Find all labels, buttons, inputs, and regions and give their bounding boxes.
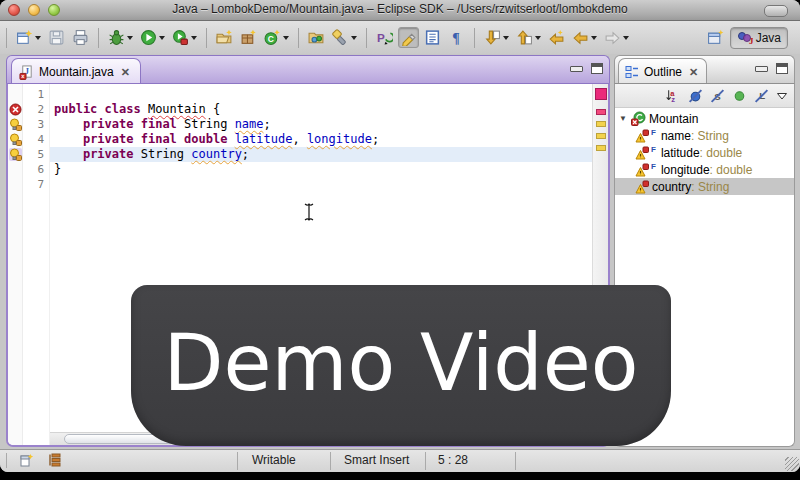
tree-expander-icon[interactable]: ▼	[619, 114, 631, 123]
code-segment	[54, 132, 83, 146]
dropdown-caret[interactable]	[159, 36, 165, 40]
line-number: 1	[23, 87, 49, 102]
outline-item-type: : double	[700, 146, 743, 160]
outline-item-country[interactable]: country : String	[615, 178, 794, 195]
new-class-button[interactable]: C	[262, 27, 291, 48]
minimize-view-icon[interactable]	[755, 66, 768, 72]
toolbar-separator	[6, 28, 7, 48]
eclipse-window: Java – LombokDemo/Mountain.java – Eclips…	[0, 0, 800, 472]
last-edit-location-button[interactable]	[546, 27, 567, 48]
search-button[interactable]	[330, 27, 359, 48]
outline-shortcut-icon[interactable]	[47, 452, 63, 468]
code-segment: country	[191, 147, 242, 161]
toolbar-toggle-capsule[interactable]	[764, 5, 788, 17]
debug-icon	[108, 29, 125, 46]
tab-outline[interactable]: Outline ✕	[618, 58, 707, 85]
previous-annotation-icon	[516, 29, 533, 46]
insert-mode-status: Smart Insert	[344, 453, 409, 467]
window-resize-grip[interactable]	[785, 457, 799, 471]
forward-button[interactable]	[602, 27, 631, 48]
close-tab-icon[interactable]: ✕	[121, 66, 130, 79]
show-whitespace-button[interactable]: ¶	[446, 27, 467, 48]
dropdown-caret[interactable]	[351, 36, 357, 40]
dropdown-caret[interactable]	[591, 36, 597, 40]
outline-item-label: latitude	[661, 146, 700, 160]
dropdown-caret[interactable]	[127, 36, 133, 40]
code-line-3[interactable]: private final String name;	[54, 117, 592, 132]
show-selected-source-button[interactable]	[422, 27, 443, 48]
code-line-4[interactable]: private final double latitude, longitude…	[54, 132, 592, 147]
code-segment: Mountain	[148, 102, 206, 116]
save-button[interactable]	[46, 27, 67, 48]
dropdown-caret[interactable]	[191, 36, 197, 40]
code-segment: ;	[264, 117, 271, 131]
next-annotation-icon	[484, 29, 501, 46]
hide-static-icon[interactable]: S	[710, 88, 725, 103]
outline-tab-label: Outline	[644, 65, 682, 79]
show-public-icon[interactable]	[732, 88, 747, 103]
code-line-7[interactable]	[54, 177, 592, 192]
dropdown-caret[interactable]	[503, 36, 509, 40]
java-perspective-button[interactable]: J Java	[730, 27, 788, 49]
new-java-project-button[interactable]	[214, 27, 235, 48]
outline-item-type: : double	[710, 163, 753, 177]
overview-warning-marker[interactable]	[596, 145, 606, 151]
statusbar-separator	[330, 452, 331, 470]
run-button[interactable]	[138, 27, 167, 48]
new-wizard-button[interactable]	[14, 27, 43, 48]
quickfix-bulb-icon[interactable]	[9, 133, 22, 146]
minimize-view-icon[interactable]	[570, 66, 583, 72]
dropdown-caret[interactable]	[283, 36, 289, 40]
dropdown-caret[interactable]	[535, 36, 541, 40]
mark-occurrences-button[interactable]	[398, 27, 419, 48]
show-whitespace-icon: ¶	[448, 29, 465, 46]
fast-view-icon[interactable]	[19, 452, 35, 468]
line-number: 7	[23, 177, 49, 192]
open-plugin-artifact-button[interactable]: P	[374, 27, 395, 48]
sort-icon[interactable]: az	[666, 88, 681, 103]
error-marker-icon[interactable]	[9, 103, 22, 116]
final-adornment: F	[651, 145, 656, 154]
close-outline-icon[interactable]: ✕	[689, 66, 698, 79]
hide-fields-icon[interactable]	[688, 88, 703, 103]
code-segment: String	[141, 147, 192, 161]
debug-button[interactable]	[106, 27, 135, 48]
outline-item-Mountain[interactable]: ▼Mountain	[615, 110, 794, 127]
svg-text:J: J	[749, 36, 753, 46]
statusbar-separator	[425, 452, 426, 470]
hide-local-types-icon[interactable]: L	[754, 88, 769, 103]
code-segment: private final double	[83, 132, 235, 146]
quickfix-bulb-icon[interactable]	[9, 118, 22, 131]
annotation-ruler[interactable]	[8, 84, 23, 445]
outline-item-latitude[interactable]: Flatitude : double	[615, 144, 794, 161]
code-segment	[54, 117, 83, 131]
dropdown-caret[interactable]	[623, 36, 629, 40]
outline-item-longitude[interactable]: Flongitude : double	[615, 161, 794, 178]
tab-mountain-java[interactable]: Jx Mountain.java ✕	[11, 58, 141, 84]
run-external-tools-button[interactable]	[170, 27, 199, 48]
previous-annotation-button[interactable]	[514, 27, 543, 48]
maximize-view-icon[interactable]	[591, 63, 603, 74]
code-line-1[interactable]	[54, 87, 592, 102]
overview-error-marker[interactable]	[596, 109, 606, 115]
print-button[interactable]	[70, 27, 91, 48]
outline-item-name[interactable]: Fname : String	[615, 127, 794, 144]
maximize-view-icon[interactable]	[776, 63, 788, 74]
view-menu-icon[interactable]	[776, 90, 788, 102]
code-line-2[interactable]: public class Mountain {	[54, 102, 592, 117]
dropdown-caret[interactable]	[35, 36, 41, 40]
overview-warning-marker[interactable]	[596, 133, 606, 139]
code-line-5[interactable]: private String country;	[54, 147, 592, 162]
svg-text:¶: ¶	[452, 31, 459, 46]
back-button[interactable]	[570, 27, 599, 48]
next-annotation-button[interactable]	[482, 27, 511, 48]
open-perspective-button[interactable]	[705, 27, 726, 48]
new-package-button[interactable]	[238, 27, 259, 48]
code-line-6[interactable]: }	[54, 162, 592, 177]
quickfix-bulb-icon[interactable]	[9, 148, 22, 161]
run-external-icon	[172, 29, 189, 46]
open-type-button[interactable]	[306, 27, 327, 48]
overview-warning-marker[interactable]	[596, 121, 606, 127]
title-bar[interactable]: Java – LombokDemo/Mountain.java – Eclips…	[0, 0, 800, 21]
run-icon	[140, 29, 157, 46]
